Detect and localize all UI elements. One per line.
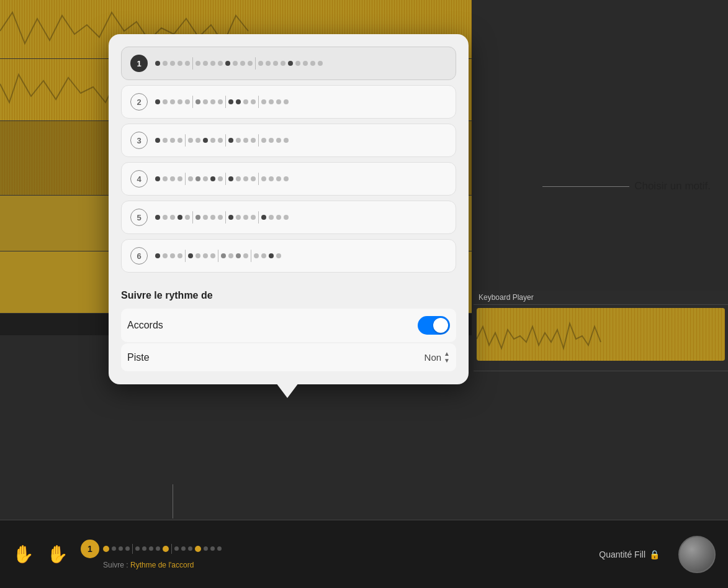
dot-3-1 — [163, 176, 168, 181]
dot-4-7 — [203, 215, 208, 220]
dot-1-16 — [261, 99, 266, 104]
dot-0-23 — [318, 61, 323, 66]
dot-3-18 — [276, 176, 281, 181]
keyboard-waveform-svg — [477, 308, 725, 361]
dot-0-21 — [303, 61, 308, 66]
dot-4-13 — [243, 215, 248, 220]
pattern-indicator-row: 1 — [81, 540, 222, 558]
dot-1-8 — [210, 99, 215, 104]
dot-3-17 — [269, 176, 274, 181]
follow-section: Suivre le rythme de Accords Piste Non ▲ … — [121, 281, 456, 371]
dot-5-0 — [155, 253, 160, 258]
dot-2-11 — [228, 138, 233, 143]
dot-1-1 — [163, 99, 168, 104]
dot-0-3 — [178, 61, 182, 66]
dot-sep-5-9 — [218, 250, 218, 262]
bouton-annotation-line — [173, 484, 173, 518]
bottom-dot-15 — [210, 546, 215, 551]
dot-2-14 — [251, 138, 256, 143]
dot-0-20 — [295, 61, 300, 66]
dot-2-3 — [178, 138, 182, 143]
bottom-dot-2 — [112, 546, 116, 551]
dot-3-14 — [251, 176, 256, 181]
bottom-dot-11 — [181, 546, 186, 551]
dot-3-16 — [261, 176, 266, 181]
pattern-dots-1 — [155, 57, 447, 70]
dot-sep-5-4 — [185, 250, 186, 262]
dot-0-17 — [273, 61, 278, 66]
pattern-row-5[interactable]: 5 — [121, 201, 456, 234]
dot-0-8 — [210, 61, 215, 66]
bottom-dot-16 — [217, 546, 222, 551]
pattern-row-2[interactable]: 2 — [121, 85, 456, 119]
bottom-dot-14 — [204, 546, 208, 551]
accords-row: Accords — [121, 309, 456, 342]
dot-0-18 — [281, 61, 285, 66]
dot-sep-3-10 — [225, 173, 226, 185]
dot-0-13 — [248, 61, 253, 66]
pattern-badge-bottom[interactable]: 1 — [81, 540, 99, 558]
dot-0-19 — [288, 61, 293, 66]
dot-4-8 — [210, 215, 215, 220]
dot-sep-1-15 — [258, 96, 259, 108]
dot-5-5 — [188, 253, 193, 258]
bottom-dot-4 — [125, 546, 130, 551]
dot-0-12 — [240, 61, 245, 66]
dot-3-9 — [218, 176, 223, 181]
dot-sep-0-5 — [192, 57, 193, 70]
dot-0-16 — [266, 61, 271, 66]
pattern-number-5: 5 — [130, 209, 148, 226]
dot-4-9 — [218, 215, 223, 220]
pattern-number-4: 4 — [130, 170, 148, 188]
dot-0-22 — [310, 61, 315, 66]
dot-1-3 — [178, 99, 182, 104]
dot-1-14 — [251, 99, 256, 104]
hand-icon-1[interactable]: ✋ — [12, 544, 34, 564]
bottom-dot-8 — [156, 546, 160, 551]
dot-0-11 — [233, 61, 238, 66]
dot-5-15 — [254, 253, 259, 258]
dot-2-7 — [203, 138, 208, 143]
dot-2-5 — [188, 138, 193, 143]
hand-icon-2[interactable]: ✋ — [47, 544, 68, 564]
dot-3-5 — [188, 176, 193, 181]
dot-5-7 — [203, 253, 208, 258]
pattern-number-3: 3 — [130, 132, 148, 149]
stepper-arrows: ▲ ▼ — [444, 351, 450, 364]
fill-knob[interactable] — [678, 536, 716, 573]
dot-4-19 — [284, 215, 289, 220]
annotation-line — [542, 186, 629, 187]
dot-5-8 — [210, 253, 215, 258]
dot-1-6 — [195, 99, 200, 104]
dot-3-6 — [195, 176, 200, 181]
pattern-row-3[interactable]: 3 — [121, 124, 456, 157]
follow-text-bottom: Suivre : Rythme de l'accord — [103, 561, 194, 569]
pattern-row-1[interactable]: 1 — [121, 47, 456, 80]
follow-link: Rythme de l'accord — [130, 561, 194, 569]
pattern-number-6: 6 — [130, 247, 148, 265]
dot-sep-4-5 — [192, 211, 193, 224]
lock-icon: 🔒 — [649, 550, 660, 559]
popup-panel: 123456 Suivre le rythme de Accords Piste… — [109, 34, 469, 384]
dot-3-13 — [243, 176, 248, 181]
dot-2-17 — [269, 138, 274, 143]
dot-3-8 — [210, 176, 215, 181]
dot-0-7 — [203, 61, 208, 66]
dot-3-19 — [284, 176, 289, 181]
bottom-dot-7 — [149, 546, 153, 551]
dot-4-0 — [155, 215, 160, 220]
stepper-up-arrow: ▲ — [444, 351, 450, 357]
stepper-down-arrow: ▼ — [444, 358, 450, 364]
dot-5-10 — [221, 253, 226, 258]
dot-2-0 — [155, 138, 160, 143]
piste-stepper[interactable]: Non ▲ ▼ — [425, 351, 450, 364]
bottom-dot-3 — [119, 546, 123, 551]
keyboard-player-label: Keyboard Player — [474, 291, 728, 305]
dot-5-1 — [163, 253, 168, 258]
annotation-area: Choisir un motif. — [542, 180, 711, 192]
dot-3-2 — [170, 176, 175, 181]
keyboard-player-track: Keyboard Player — [474, 291, 728, 371]
pattern-row-6[interactable]: 6 — [121, 239, 456, 273]
pattern-row-4[interactable]: 4 — [121, 162, 456, 196]
accords-toggle[interactable] — [418, 316, 450, 335]
